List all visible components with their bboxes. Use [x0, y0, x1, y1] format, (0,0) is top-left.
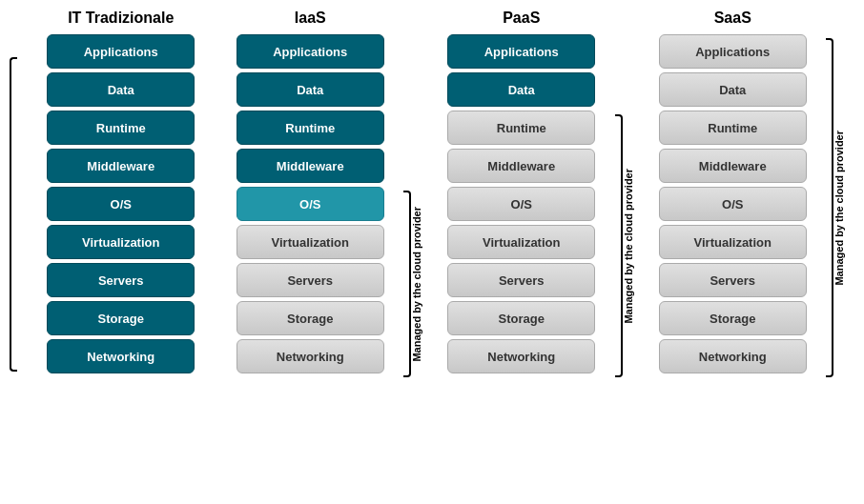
- title-paas: PaaS: [503, 10, 540, 27]
- stack-saas: ApplicationsDataRuntimeMiddlewareO/SVirt…: [644, 34, 823, 373]
- stack-item: Data: [447, 72, 595, 107]
- stack-item: Servers: [237, 263, 384, 297]
- stack-item: Networking: [237, 339, 384, 373]
- stack-item: Networking: [447, 339, 595, 373]
- stack-item: Storage: [237, 301, 384, 335]
- column-saas: SaaS ApplicationsDataRuntimeMiddlewareO/…: [644, 10, 823, 373]
- stack-item: Storage: [47, 301, 195, 335]
- stack-item: O/S: [237, 187, 384, 221]
- stack-item: O/S: [47, 187, 195, 221]
- stack-item: Applications: [237, 34, 384, 69]
- stack-item: Applications: [659, 34, 807, 69]
- stack-item: Networking: [47, 339, 195, 373]
- column-wrapper-it: IT Tradizionale ApplicationsDataRuntimeM…: [10, 10, 221, 391]
- stack-item: Servers: [659, 263, 807, 297]
- stack-paas: ApplicationsDataRuntimeMiddlewareO/SVirt…: [432, 34, 611, 373]
- stack-item: Servers: [47, 263, 195, 297]
- column-paas: PaaS ApplicationsDataRuntimeMiddlewareO/…: [432, 10, 611, 373]
- brace-saas: Managed by the cloud provider: [826, 10, 854, 381]
- title-iaas: IaaS: [295, 10, 326, 27]
- stack-item: Runtime: [237, 111, 384, 145]
- stack-item: Middleware: [659, 149, 807, 183]
- title-it: IT Tradizionale: [68, 10, 174, 27]
- stack-item: Virtualization: [659, 225, 807, 259]
- stack-item: Data: [47, 72, 195, 107]
- stack-item: Middleware: [237, 149, 384, 183]
- brace-iaas: Managed by the cloud provider: [403, 10, 432, 381]
- stack-it: ApplicationsDataRuntimeMiddlewareO/SVirt…: [21, 34, 221, 373]
- stack-item: Runtime: [659, 111, 807, 145]
- stack-item: Networking: [659, 339, 807, 373]
- stack-item: Applications: [447, 34, 595, 69]
- stack-item: Runtime: [47, 111, 195, 145]
- stack-item: Storage: [659, 301, 807, 335]
- stack-item: O/S: [447, 187, 595, 221]
- stack-item: Middleware: [47, 149, 195, 183]
- stack-item: Data: [659, 72, 807, 107]
- stack-item: Runtime: [447, 111, 595, 145]
- column-iaas: IaaS ApplicationsDataRuntimeMiddlewareO/…: [221, 10, 401, 373]
- stack-item: Virtualization: [237, 225, 384, 259]
- managed-label: Managed by the cloud provider: [833, 131, 847, 286]
- stack-item: Servers: [447, 263, 595, 297]
- managed-label: Managed by the cloud provider: [411, 207, 424, 362]
- managed-label: Managed by the cloud provider: [623, 169, 636, 324]
- brace-paas: Managed by the cloud provider: [615, 10, 644, 381]
- stack-item: O/S: [659, 187, 807, 221]
- stack-item: Middleware: [447, 149, 595, 183]
- stack-item: Virtualization: [47, 225, 195, 259]
- title-saas: SaaS: [714, 10, 751, 27]
- column-wrapper-saas: SaaS ApplicationsDataRuntimeMiddlewareO/…: [644, 10, 855, 381]
- stack-item: Data: [237, 72, 384, 107]
- main-container: IT Tradizionale ApplicationsDataRuntimeM…: [10, 10, 854, 494]
- stack-item: Storage: [447, 301, 595, 335]
- column-it: IT Tradizionale ApplicationsDataRuntimeM…: [21, 10, 221, 373]
- stack-item: Applications: [47, 34, 195, 69]
- stack-item: Virtualization: [447, 225, 595, 259]
- column-wrapper-paas: PaaS ApplicationsDataRuntimeMiddlewareO/…: [432, 10, 644, 381]
- column-wrapper-iaas: IaaS ApplicationsDataRuntimeMiddlewareO/…: [221, 10, 433, 381]
- stack-iaas: ApplicationsDataRuntimeMiddlewareO/SVirt…: [221, 34, 401, 373]
